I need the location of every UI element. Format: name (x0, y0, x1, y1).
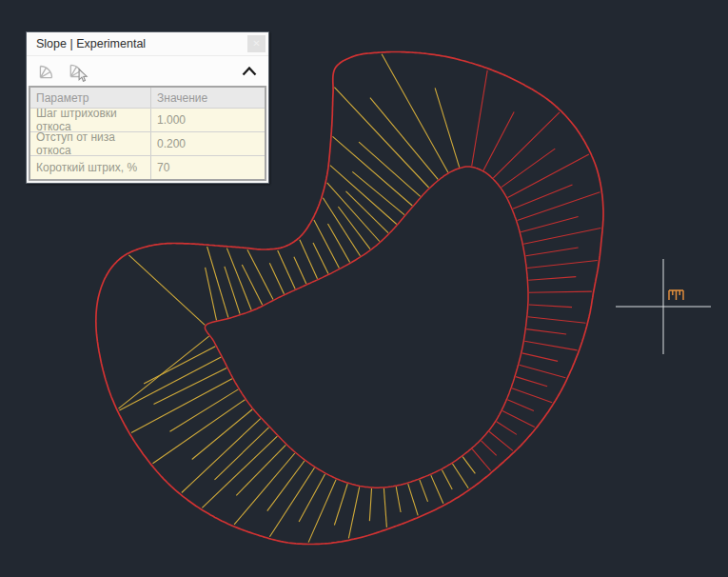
table-header-row: Параметр Значение (30, 88, 265, 108)
collapse-button[interactable] (239, 61, 260, 82)
slope-pick-objects-icon (68, 61, 89, 82)
table-row: Отступ от низа откоса 0.200 (30, 131, 265, 155)
param-column-header: Параметр (30, 88, 151, 108)
slope-create-button[interactable] (35, 60, 58, 83)
slope-create-icon (36, 61, 57, 82)
slope-pick-objects-button[interactable] (67, 60, 89, 83)
parameters-table: Параметр Значение Шаг штриховки откоса 1… (29, 86, 266, 181)
param-value-field[interactable]: 0.200 (151, 132, 265, 155)
param-label: Отступ от низа откоса (30, 132, 151, 155)
chevron-up-icon (242, 67, 257, 76)
slope-inner-boundary[interactable] (205, 167, 528, 487)
param-value-field[interactable]: 70 (151, 156, 265, 179)
slope-cursor-badge-icon (669, 290, 683, 300)
application-window: { "app": { "background_color": "#222831"… (0, 0, 728, 577)
close-icon: ✕ (252, 35, 260, 52)
param-value-field[interactable]: 1.000 (151, 109, 265, 131)
close-button[interactable]: ✕ (247, 35, 266, 52)
slope-panel: Slope | Experimental ✕ Параметр Значение (26, 31, 269, 184)
crosshair-cursor (616, 259, 711, 354)
table-row: Короткий штрих, % 70 (30, 155, 265, 179)
param-label: Шаг штриховки откоса (30, 109, 151, 131)
panel-toolbar (27, 56, 268, 86)
panel-titlebar[interactable]: Slope | Experimental ✕ (27, 32, 268, 56)
value-column-header: Значение (151, 88, 265, 108)
param-label: Короткий штрих, % (30, 156, 151, 179)
panel-title: Slope | Experimental (36, 37, 146, 50)
table-row: Шаг штриховки откоса 1.000 (30, 108, 265, 131)
